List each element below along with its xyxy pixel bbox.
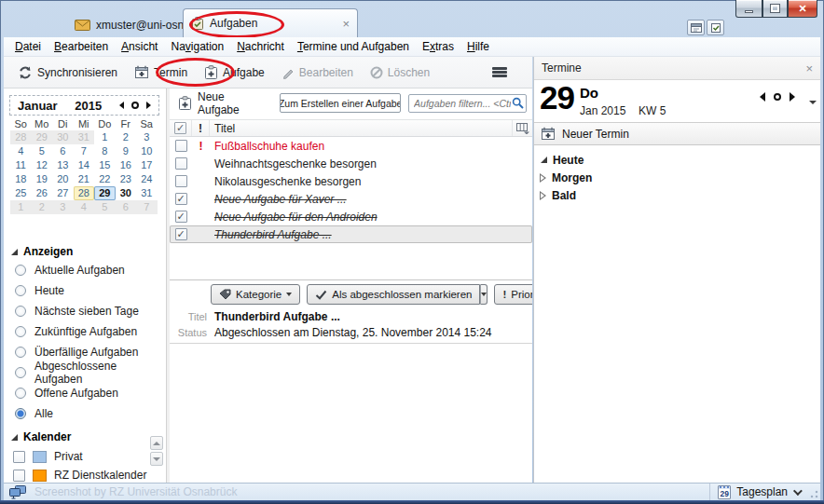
calendar-day[interactable]: 3 <box>136 130 158 144</box>
menu-extras[interactable]: Extras <box>416 38 460 55</box>
filter-option-0[interactable]: Aktuelle Aufgaben <box>4 262 166 279</box>
open-tasks-tab-button[interactable] <box>707 20 724 35</box>
scroll-up-button[interactable] <box>150 436 163 450</box>
checkbox-icon[interactable] <box>13 451 25 463</box>
today-pane-menu-icon[interactable] <box>809 101 817 104</box>
next-month-icon[interactable] <box>146 102 151 109</box>
calendar-day[interactable]: 30 <box>52 130 74 144</box>
calendar-day[interactable]: 20 <box>52 172 74 186</box>
calendar-day[interactable]: 23 <box>116 172 137 186</box>
calendar-day[interactable]: 14 <box>74 158 95 172</box>
calendar-day[interactable]: 2 <box>116 130 137 144</box>
agenda-group-morgen[interactable]: Morgen <box>534 169 820 186</box>
resize-grip[interactable] <box>807 487 818 498</box>
maximize-button[interactable] <box>762 0 788 18</box>
task-checkbox[interactable]: ✓ <box>175 193 187 205</box>
calendar-item-0[interactable]: Privat <box>4 448 166 465</box>
close-button[interactable]: ✕ <box>788 0 817 18</box>
calendar-day[interactable]: 18 <box>10 172 32 186</box>
calendar-day[interactable]: 13 <box>52 158 74 172</box>
task-row[interactable]: ✓Neue Aufgabe für Xaver ... <box>170 190 532 208</box>
calendar-day[interactable]: 3 <box>52 200 74 214</box>
calendar-day[interactable]: 8 <box>94 144 116 158</box>
today-icon[interactable] <box>131 102 139 109</box>
task-checkbox[interactable]: ✓ <box>175 228 187 240</box>
new-event-bar[interactable]: Neuer Termin <box>534 122 820 145</box>
filter-option-1[interactable]: Heute <box>4 282 166 299</box>
calendar-day[interactable]: 11 <box>10 158 32 172</box>
task-row[interactable]: ✓Thunderbird Aufgabe ... <box>170 225 532 243</box>
calendar-day[interactable]: 15 <box>94 158 116 172</box>
click-to-create-task-box[interactable]: Zum Erstellen einer Aufgabe <box>280 93 401 113</box>
menu-hilfe[interactable]: Hilfe <box>460 38 496 55</box>
calendar-day[interactable]: 1 <box>10 200 32 214</box>
app-menu-button[interactable] <box>486 63 514 81</box>
calendar-item-1[interactable]: RZ Dienstkalender <box>4 467 166 484</box>
calendar-day[interactable]: 29 <box>32 130 53 144</box>
calendar-day[interactable]: 10 <box>136 144 158 158</box>
tab-close-icon[interactable]: × <box>342 18 350 30</box>
calendar-day[interactable]: 25 <box>10 186 32 200</box>
agenda-group-bald[interactable]: Bald <box>534 186 820 204</box>
filter-option-5[interactable]: Abgeschlossene Aufgaben <box>4 364 166 381</box>
scroll-down-button[interactable] <box>150 452 163 466</box>
task-row[interactable]: Nikolausgeschenke besorgen <box>170 172 532 190</box>
edit-button[interactable]: Bearbeiten <box>275 62 360 83</box>
calendar-day[interactable]: 4 <box>10 144 32 158</box>
agenda-group-heute[interactable]: Heute <box>534 151 820 169</box>
title-column-header[interactable]: Titel <box>210 122 512 135</box>
mark-complete-dropdown[interactable] <box>480 284 488 305</box>
calendar-day[interactable]: 9 <box>116 144 137 158</box>
task-checkbox[interactable]: ✓ <box>175 211 187 223</box>
calendar-day[interactable]: 16 <box>116 158 137 172</box>
calendar-day[interactable]: 1 <box>94 130 116 144</box>
minicalendar-month[interactable]: Januar <box>18 99 58 113</box>
menu-datei[interactable]: Datei <box>8 38 48 55</box>
calendar-day[interactable]: 17 <box>136 158 158 172</box>
menu-bearbeiten[interactable]: Bearbeiten <box>48 38 115 55</box>
online-status-icon[interactable] <box>9 485 27 499</box>
task-filter-input[interactable] <box>408 94 527 113</box>
close-icon[interactable]: × <box>805 61 813 75</box>
task-checkbox[interactable] <box>175 140 187 152</box>
calendar-day[interactable]: 6 <box>116 200 137 214</box>
calendar-day[interactable]: 26 <box>32 186 53 200</box>
calendar-day[interactable]: 29 <box>94 186 116 200</box>
calendar-day[interactable]: 7 <box>74 144 95 158</box>
minimize-button[interactable] <box>735 0 762 18</box>
calendar-day[interactable]: 31 <box>74 130 95 144</box>
calendar-day[interactable]: 27 <box>52 186 74 200</box>
calendar-day[interactable]: 6 <box>52 144 74 158</box>
calendar-day[interactable]: 5 <box>94 200 116 214</box>
mark-complete-button[interactable]: Als abgeschlossen markieren <box>307 284 480 305</box>
calendar-day[interactable]: 4 <box>74 200 95 214</box>
calendar-day[interactable]: 2 <box>32 200 53 214</box>
new-task-inline-button[interactable]: Neue Aufgabe <box>173 89 272 119</box>
new-task-button[interactable]: Aufgabe <box>198 61 271 84</box>
filter-option-7[interactable]: Alle <box>4 405 166 422</box>
priority-button[interactable]: ! Priorität <box>494 284 532 305</box>
task-checkbox[interactable] <box>175 175 187 187</box>
prev-day-icon[interactable] <box>760 92 765 102</box>
new-event-button[interactable]: Termin <box>128 61 194 83</box>
prev-month-icon[interactable] <box>119 102 124 109</box>
task-row[interactable]: !Fußballschuhe kaufen <box>170 137 532 155</box>
anzeigen-section-header[interactable]: Anzeigen <box>4 243 73 260</box>
today-icon[interactable] <box>774 93 781 101</box>
task-row[interactable]: ✓Neue Aufgabe für den Androiden <box>170 208 532 225</box>
task-row[interactable]: Weihnachtsgeschenke besorgen <box>170 155 532 172</box>
calendar-day[interactable]: 28 <box>74 186 95 200</box>
completed-column-header[interactable]: ✓ <box>170 120 192 136</box>
calendar-day[interactable]: 5 <box>32 144 53 158</box>
column-picker-button[interactable] <box>512 120 532 136</box>
tab-aufgaben[interactable]: Aufgaben × <box>183 8 358 37</box>
delete-button[interactable]: Löschen <box>364 62 436 83</box>
menu-navigation[interactable]: Navigation <box>164 38 230 55</box>
calendar-day[interactable]: 24 <box>136 172 158 186</box>
next-day-icon[interactable] <box>790 92 795 102</box>
menu-ansicht[interactable]: Ansicht <box>115 38 164 55</box>
task-checkbox[interactable] <box>175 157 187 170</box>
calendar-day[interactable]: 31 <box>136 186 158 200</box>
calendar-day[interactable]: 21 <box>74 172 95 186</box>
synchronize-button[interactable]: Synchronisieren <box>11 61 124 84</box>
